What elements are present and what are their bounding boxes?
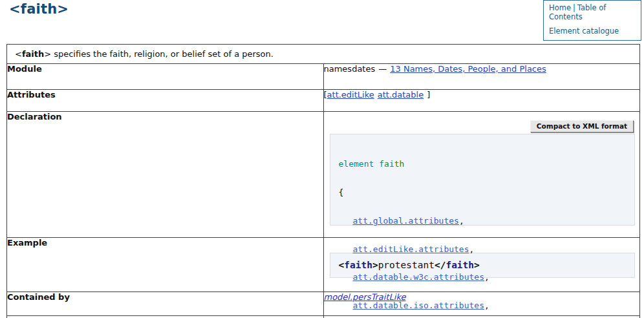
- declaration-value-cell: Compact to XML format elementfaith { att…: [323, 112, 640, 238]
- description-row: <faith>specifies the faith, religion, or…: [7, 45, 640, 64]
- comma: ,: [459, 216, 464, 226]
- description-cell: <faith>specifies the faith, religion, or…: [7, 45, 640, 64]
- compact-to-xml-button[interactable]: Compact to XML format: [530, 120, 634, 132]
- description-tag-name: faith: [22, 49, 44, 59]
- description-text: specifies the faith, religion, or belief…: [54, 49, 274, 59]
- code-line-element: elementfaith: [339, 160, 635, 169]
- attributes-value-cell: [att.editLikeatt.datable]: [323, 90, 640, 112]
- comma: ,: [484, 301, 489, 310]
- code-line-member: att.datable.iso.attributes,: [339, 301, 635, 311]
- nav-line-1: Home|Table of Contents: [549, 3, 637, 21]
- comma: ,: [469, 244, 475, 254]
- nav-link-element-catalogue[interactable]: Element catalogue: [549, 26, 619, 36]
- module-chapter-link[interactable]: 13 Names, Dates, People, and Places: [390, 64, 546, 74]
- nav-separator: |: [573, 3, 575, 12]
- clipped-label-cell: [7, 316, 324, 318]
- nav-line-2: Element catalogue: [549, 26, 637, 36]
- attributes-label: Attributes: [7, 90, 324, 112]
- declaration-code-block: elementfaith { att.global.attributes, at…: [330, 134, 636, 226]
- module-label: Module: [7, 64, 324, 90]
- member-link-att-datable-w3c[interactable]: att.datable.w3c.attributes: [353, 272, 485, 282]
- member-link-att-global[interactable]: att.global.attributes: [353, 216, 459, 226]
- module-name: namesdates: [324, 64, 376, 74]
- example-label: Example: [7, 238, 324, 292]
- code-line-open-brace: {: [339, 188, 635, 198]
- attribute-class-link-editLike[interactable]: att.editLike: [327, 90, 374, 100]
- nav-link-home[interactable]: Home: [549, 3, 571, 12]
- code-line-member: att.editLike.attributes,: [339, 245, 635, 255]
- description-tag-open: <: [15, 49, 22, 59]
- comma: ,: [484, 272, 489, 282]
- member-link-att-editLike[interactable]: att.editLike.attributes: [353, 244, 469, 254]
- code-line-member: att.datable.w3c.attributes,: [339, 273, 635, 282]
- module-value-cell: namesdates—13 Names, Dates, People, and …: [323, 64, 640, 90]
- keyword-element: element: [339, 159, 374, 169]
- declaration-row: Declaration Compact to XML format elemen…: [7, 112, 640, 238]
- module-row: Module namesdates—13 Names, Dates, Peopl…: [7, 64, 640, 90]
- description-tag-close: >: [44, 49, 51, 59]
- nav-box: Home|Table of Contents Element catalogue: [543, 0, 641, 41]
- page-title: <faith>: [9, 1, 69, 17]
- code-line-member: att.global.attributes,: [339, 217, 635, 226]
- declared-element-name: faith: [379, 159, 404, 169]
- open-brace: {: [339, 187, 344, 197]
- contained-by-label: Contained by: [7, 292, 324, 316]
- member-link-att-datable-iso[interactable]: att.datable.iso.attributes: [353, 301, 485, 310]
- element-spec-table: <faith>specifies the faith, religion, or…: [6, 44, 640, 318]
- module-dash: —: [378, 64, 387, 74]
- attribute-class-link-datable[interactable]: att.datable: [378, 90, 424, 100]
- declaration-label: Declaration: [7, 112, 324, 238]
- attributes-row: Attributes [att.editLikeatt.datable]: [7, 90, 640, 112]
- attributes-close-bracket: ]: [427, 90, 430, 100]
